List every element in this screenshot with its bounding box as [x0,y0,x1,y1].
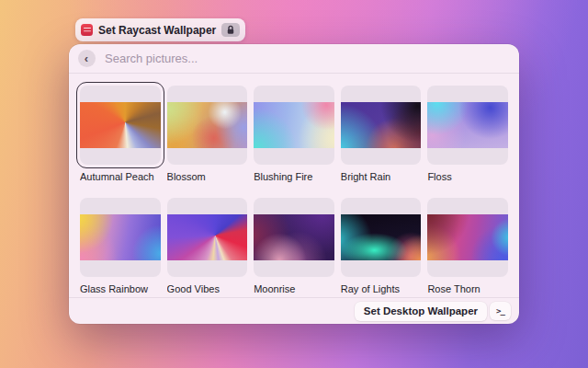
wallpaper-item[interactable]: Ray of Lights [341,198,422,298]
wallpaper-thumbnail [254,102,334,148]
chevron-left-icon: ‹ [85,52,88,64]
wallpaper-thumbnail [427,102,508,148]
wallpaper-item[interactable]: Good Vibes [167,198,248,298]
search-input[interactable] [105,52,510,65]
wallpaper-name: Blossom [167,171,248,182]
wallpaper-grid: Autumnal Peach Blossom Blushing Fire Bri… [69,74,519,297]
desktop-background: Set Raycast Wallpaper ‹ Autumnal Peach B… [0,0,588,368]
extension-badge: Set Raycast Wallpaper [75,18,245,41]
wallpaper-tile [167,86,248,165]
wallpaper-name: Floss [427,171,508,182]
extension-badge-label: Set Raycast Wallpaper [98,24,216,37]
wallpaper-name: Glass Rainbow [80,283,161,294]
wallpaper-item[interactable]: Bright Rain [341,86,422,186]
set-desktop-wallpaper-button[interactable]: Set Desktop Wallpaper [355,302,487,321]
wallpaper-thumbnail [167,102,248,148]
lock-badge [221,23,240,37]
lock-icon [226,25,235,35]
wallpaper-thumbnail [80,214,161,260]
wallpaper-item[interactable]: Moonrise [254,198,334,298]
wallpaper-tile [427,198,508,277]
wallpaper-thumbnail [254,214,334,260]
wallpaper-item[interactable]: Rose Thorn [427,198,508,298]
wallpaper-thumbnail [427,214,508,260]
wallpaper-name: Good Vibes [167,283,248,294]
wallpaper-tile [80,198,161,277]
wallpaper-name: Rose Thorn [427,283,508,294]
wallpaper-tile [254,86,334,165]
search-bar: ‹ [69,44,519,73]
wallpaper-thumbnail [80,102,161,148]
wallpaper-item[interactable]: Floss [427,86,508,186]
wallpaper-name: Blushing Fire [254,171,334,182]
wallpaper-tile [341,198,422,277]
wallpaper-tile [254,198,334,277]
wallpaper-tile [80,86,161,165]
wallpaper-item[interactable]: Glass Rainbow [80,198,161,298]
wallpaper-name: Ray of Lights [341,283,422,294]
wallpaper-thumbnail [167,214,248,260]
wallpaper-tile [341,86,422,165]
wallpaper-item[interactable]: Blushing Fire [254,86,334,186]
wallpaper-name: Moonrise [254,283,334,294]
wallpaper-tile [427,86,508,165]
wallpaper-thumbnail [341,214,422,260]
wallpaper-item[interactable]: Blossom [167,86,248,186]
raycast-wallpaper-icon [81,24,93,36]
terminal-key-icon[interactable]: >_ [490,302,511,320]
back-button[interactable]: ‹ [78,50,96,67]
wallpaper-name: Autumnal Peach [80,171,161,182]
wallpaper-thumbnail [341,102,422,148]
wallpaper-tile [167,198,248,277]
wallpaper-name: Bright Rain [341,171,422,182]
action-bar: Set Desktop Wallpaper >_ [69,297,519,324]
raycast-window: ‹ Autumnal Peach Blossom Blushing Fire B… [69,44,519,324]
wallpaper-item[interactable]: Autumnal Peach [80,86,161,186]
